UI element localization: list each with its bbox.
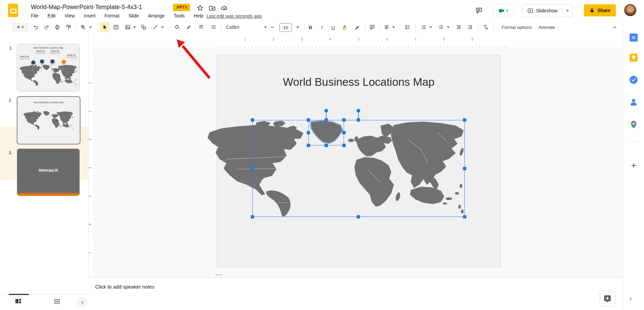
font-size-input[interactable]: 10 — [279, 23, 292, 32]
redo-button[interactable] — [42, 22, 52, 32]
gemini-sparkle-button[interactable] — [599, 291, 616, 307]
move-folder-icon[interactable] — [209, 4, 216, 12]
menu-format[interactable]: Format — [105, 13, 119, 18]
rotation-handle[interactable] — [325, 109, 328, 113]
font-family-select[interactable]: Calibri — [223, 22, 270, 32]
selection-handle[interactable] — [307, 144, 310, 147]
selection-handle[interactable] — [463, 215, 466, 219]
clear-formatting-button[interactable] — [480, 22, 490, 32]
bold-button[interactable]: B — [305, 22, 315, 32]
align-button[interactable] — [382, 22, 392, 32]
print-button[interactable] — [52, 22, 62, 32]
selection-handle[interactable] — [342, 131, 346, 134]
notes-resize-handle[interactable] — [214, 274, 224, 275]
cloud-status-icon[interactable] — [221, 4, 228, 12]
insert-image-button[interactable] — [123, 22, 133, 32]
selection-handle[interactable] — [325, 144, 328, 147]
slideshow-dropdown[interactable] — [562, 5, 573, 17]
selection-handle[interactable] — [251, 215, 254, 219]
numbered-list-dropdown[interactable] — [446, 22, 451, 32]
selection-handle[interactable] — [251, 167, 254, 170]
shape-button[interactable] — [138, 22, 149, 32]
slideshow-button[interactable]: Slideshow — [523, 5, 562, 17]
format-options-button[interactable]: Format options — [498, 21, 535, 34]
menu-tools[interactable]: Tools — [174, 13, 185, 18]
contacts-icon[interactable] — [629, 98, 638, 107]
slide-title-text[interactable]: World Business Locations Map — [217, 76, 501, 88]
fill-color-button[interactable] — [172, 22, 182, 32]
tasks-icon[interactable] — [629, 75, 638, 84]
document-title[interactable]: World-Map-PowerPoint-Template-5-4x3-1 — [31, 4, 142, 11]
text-color-button[interactable]: A — [340, 22, 350, 32]
keep-icon[interactable] — [629, 53, 638, 62]
menu-slide[interactable]: Slide — [128, 13, 139, 18]
star-icon[interactable] — [196, 4, 204, 12]
menu-arrange[interactable]: Arrange — [148, 13, 165, 18]
slide-thumbnail-1[interactable]: World Business Locations Map Sample Text… — [17, 44, 80, 91]
zoom-button[interactable] — [78, 22, 88, 32]
slides-logo-icon[interactable] — [8, 4, 18, 17]
increase-font-size-button[interactable]: + — [293, 22, 303, 32]
bulleted-list-button[interactable] — [418, 22, 428, 32]
italic-button[interactable]: I — [317, 22, 327, 32]
menu-view[interactable]: View — [65, 13, 75, 18]
decrease-indent-button[interactable] — [454, 22, 464, 32]
line-dropdown[interactable] — [160, 22, 165, 32]
line-tool-button[interactable] — [150, 22, 160, 32]
comment-history-icon[interactable] — [475, 7, 483, 14]
last-edit-link[interactable]: Last edit was seconds ago — [207, 13, 262, 19]
select-tool-button[interactable] — [100, 22, 110, 32]
collapse-toolbar-button[interactable] — [610, 22, 620, 32]
numbered-list-button[interactable] — [436, 22, 446, 32]
menu-insert[interactable]: Insert — [84, 13, 96, 18]
menu-file[interactable]: File — [31, 13, 39, 18]
selection-handle[interactable] — [463, 167, 466, 170]
border-weight-button[interactable] — [196, 22, 206, 32]
slide-thumbnail-3[interactable]: SlideUpLift — [17, 148, 80, 196]
selection-handle[interactable] — [325, 118, 328, 122]
line-spacing-button[interactable] — [402, 22, 412, 32]
share-button[interactable]: Share — [584, 4, 616, 16]
expand-right-chevron[interactable]: › — [630, 295, 632, 302]
align-dropdown[interactable] — [391, 22, 396, 32]
meet-button[interactable] — [492, 4, 514, 17]
selection-handle[interactable] — [251, 118, 254, 122]
undo-button[interactable] — [31, 22, 41, 32]
zoom-dropdown[interactable] — [88, 22, 93, 32]
user-avatar[interactable] — [624, 4, 636, 16]
image-dropdown[interactable] — [132, 22, 137, 32]
underline-button[interactable]: U — [328, 22, 338, 32]
selection-handle[interactable] — [307, 131, 310, 134]
outer-selection-box[interactable] — [252, 120, 465, 217]
selection-handle[interactable] — [342, 144, 346, 147]
selection-handle[interactable] — [357, 118, 360, 122]
speaker-notes-input[interactable]: Click to add speaker notes — [95, 284, 155, 290]
menu-edit[interactable]: Edit — [48, 13, 56, 18]
filmstrip-view-button[interactable] — [15, 298, 22, 306]
calendar-icon[interactable]: 31 — [629, 33, 638, 42]
selection-handle[interactable] — [307, 118, 310, 122]
get-addons-button[interactable]: + — [631, 160, 636, 171]
greenland-selection-box[interactable] — [308, 120, 344, 145]
paint-format-button[interactable] — [63, 22, 73, 32]
selection-handle[interactable] — [342, 118, 346, 122]
collapse-filmstrip-button[interactable]: ‹ — [77, 297, 88, 307]
new-slide-button[interactable]: + — [12, 22, 29, 32]
slide-number: 2 — [9, 98, 11, 103]
highlight-color-button[interactable] — [352, 22, 362, 32]
slide-thumbnail-2-selected[interactable]: World Business Locations Map — [17, 96, 80, 144]
grid-view-button[interactable] — [54, 298, 60, 306]
insert-comment-button[interactable] — [367, 22, 377, 32]
maps-icon[interactable] — [629, 120, 638, 129]
border-dash-button[interactable] — [209, 22, 219, 32]
selection-handle[interactable] — [357, 215, 360, 219]
menu-help[interactable]: Help — [194, 13, 203, 18]
rotation-handle[interactable] — [357, 109, 360, 113]
bulleted-list-dropdown[interactable] — [428, 22, 433, 32]
text-box-button[interactable] — [111, 22, 121, 32]
animate-button[interactable]: Animate — [535, 21, 559, 34]
decrease-font-size-button[interactable]: − — [267, 22, 277, 32]
increase-indent-button[interactable] — [465, 22, 475, 32]
selection-handle[interactable] — [463, 118, 466, 122]
border-color-button[interactable] — [184, 22, 194, 32]
